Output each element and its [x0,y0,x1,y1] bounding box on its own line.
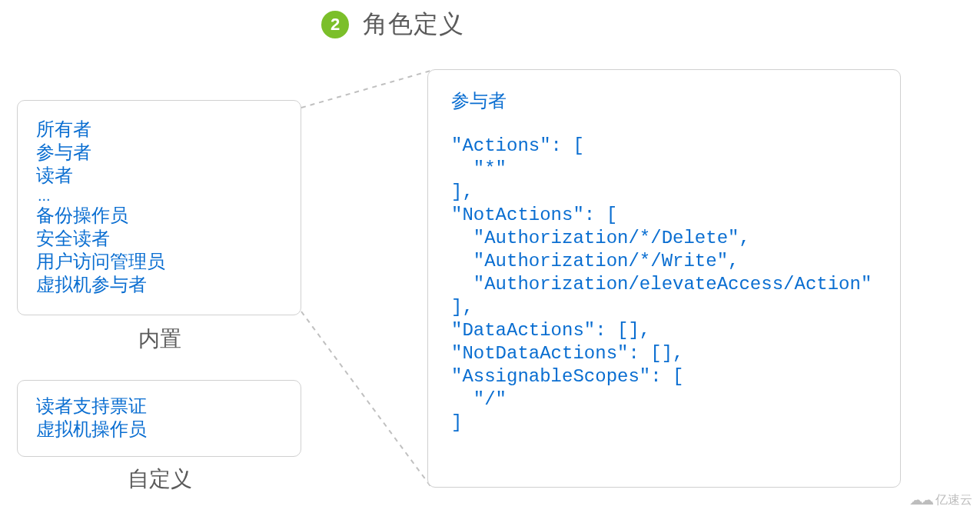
detail-title: 参与者 [451,88,877,113]
builtin-label: 内置 [138,325,181,354]
ellipsis: ... [36,187,282,204]
step-badge: 2 [321,11,349,38]
custom-label: 自定义 [128,465,192,494]
custom-roles-box: 读者支持票证 虚拟机操作员 [17,380,301,457]
watermark: ☁☁ 亿速云 [909,491,972,508]
diagram-header: 2 角色定义 [321,8,464,42]
role-item: 虚拟机操作员 [36,418,282,441]
role-item: 备份操作员 [36,204,282,227]
diagram-title: 角色定义 [363,8,464,42]
role-json-code: "Actions": [ "*" ], "NotActions": [ "Aut… [451,135,877,435]
builtin-roles-box: 所有者 参与者 读者 ... 备份操作员 安全读者 用户访问管理员 虚拟机参与者 [17,100,301,315]
role-item: 安全读者 [36,227,282,250]
role-item: 所有者 [36,118,282,141]
role-detail-box: 参与者 "Actions": [ "*" ], "NotActions": [ … [427,69,901,488]
svg-line-1 [301,311,430,486]
role-item: 用户访问管理员 [36,250,282,273]
svg-line-0 [301,71,430,108]
cloud-icon: ☁☁ [909,491,931,508]
role-item: 读者 [36,164,282,187]
role-item: 虚拟机参与者 [36,273,282,296]
role-item: 参与者 [36,141,282,164]
watermark-text: 亿速云 [935,492,972,508]
role-item: 读者支持票证 [36,395,282,418]
